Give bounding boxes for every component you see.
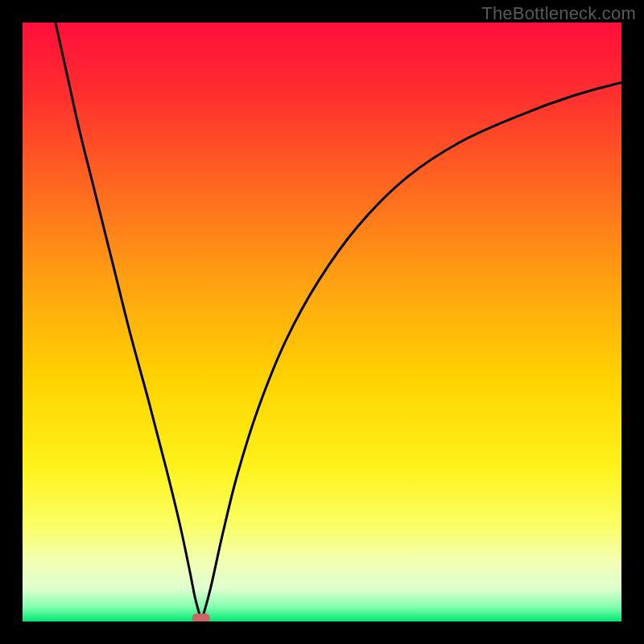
dip-marker <box>192 613 210 621</box>
chart-background <box>23 23 621 621</box>
watermark-text: TheBottleneck.com <box>481 3 636 24</box>
chart-frame: TheBottleneck.com <box>0 0 644 644</box>
chart-plot-area <box>23 23 621 621</box>
chart-svg <box>23 23 621 621</box>
